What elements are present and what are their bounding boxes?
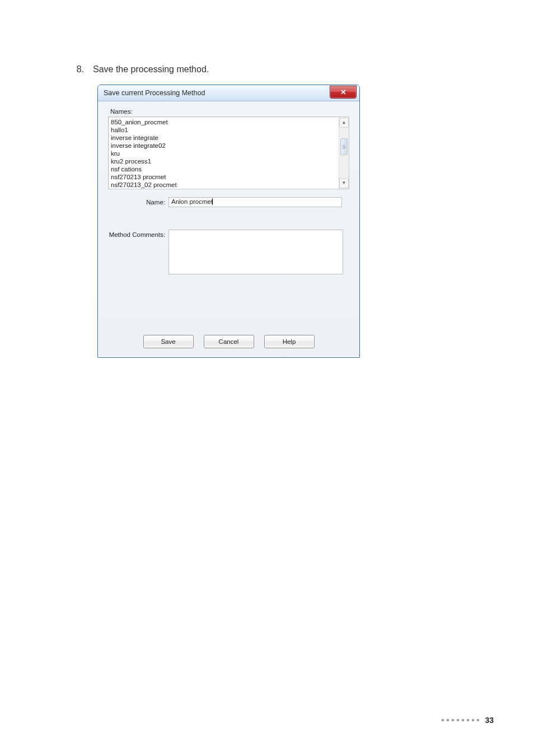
button-label: Cancel <box>219 338 239 345</box>
scroll-track[interactable] <box>339 128 349 178</box>
button-label: Save <box>161 338 175 345</box>
page-footer: 33 <box>442 716 494 725</box>
list-item[interactable]: inverse integrate02 <box>111 142 336 150</box>
close-icon: ✕ <box>340 88 346 96</box>
list-item[interactable]: nsf270213 procmet <box>111 173 336 181</box>
name-field-label: Name: <box>108 197 168 206</box>
chevron-down-icon: ▼ <box>342 181 346 185</box>
list-item[interactable]: inverse integrate <box>111 134 336 142</box>
help-button[interactable]: Help <box>264 335 315 348</box>
cancel-button[interactable]: Cancel <box>204 335 254 348</box>
step-text: Save the processing method. <box>93 64 209 74</box>
close-button[interactable]: ✕ <box>330 86 357 99</box>
footer-dots-icon <box>442 719 479 721</box>
dialog-title: Save current Processing Method <box>104 89 205 97</box>
list-item[interactable]: nsf cations <box>111 165 336 173</box>
names-label: Names: <box>110 108 349 115</box>
list-item[interactable]: kru2 process1 <box>111 157 336 165</box>
dialog-titlebar[interactable]: Save current Processing Method ✕ <box>98 85 359 101</box>
step-number: 8. <box>73 64 84 74</box>
scroll-thumb[interactable] <box>340 138 348 155</box>
button-label: Help <box>283 338 296 345</box>
name-input[interactable]: Anion procmet <box>168 197 342 207</box>
listbox-scrollbar[interactable]: ▲ ▼ <box>339 117 349 189</box>
save-dialog: Save current Processing Method ✕ Names: … <box>97 85 360 358</box>
list-item[interactable]: nsf270213_02 procmet <box>111 181 336 189</box>
scroll-up-button[interactable]: ▲ <box>339 118 349 128</box>
instruction-step: 8. Save the processing method. <box>73 64 495 74</box>
list-item[interactable]: 850_anion_procmet <box>111 118 336 126</box>
scroll-down-button[interactable]: ▼ <box>339 178 349 188</box>
save-button[interactable]: Save <box>143 335 194 348</box>
page-number: 33 <box>485 716 494 725</box>
comments-input[interactable] <box>168 230 343 274</box>
comments-label: Method Comments: <box>108 230 168 238</box>
chevron-up-icon: ▲ <box>342 120 346 125</box>
list-item[interactable]: hallo1 <box>111 126 336 134</box>
name-input-value: Anion procmet <box>171 198 213 205</box>
names-listbox[interactable]: 850_anion_procmet hallo1 inverse integra… <box>108 116 349 189</box>
list-item[interactable]: kru <box>111 150 336 157</box>
